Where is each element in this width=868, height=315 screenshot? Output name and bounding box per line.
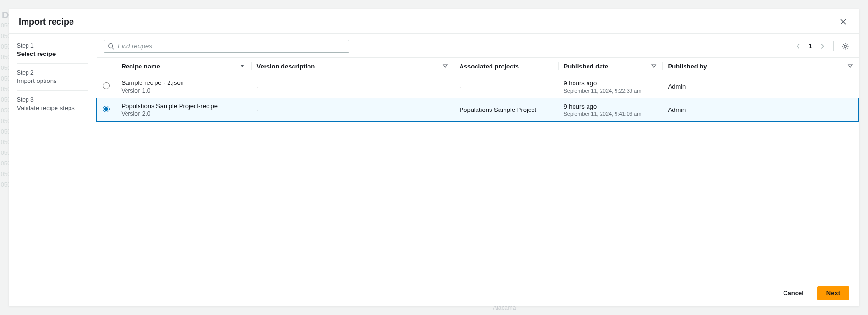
table-header-row: Recipe name Version description	[97, 58, 859, 75]
recipe-name: Populations Sample Project-recipe	[122, 102, 245, 110]
sort-icon	[651, 63, 657, 68]
step-label: Import options	[17, 77, 88, 84]
close-button[interactable]	[838, 16, 849, 27]
published-by: Admin	[662, 98, 859, 122]
table-toolbar: 1	[96, 34, 859, 57]
published-absolute: September 11, 2024, 9:22:39 am	[564, 88, 657, 94]
step-number: Step 3	[17, 96, 88, 103]
wizard-steps: Step 1 Select recipe Step 2 Import optio…	[9, 34, 96, 280]
recipes-table: Recipe name Version description	[96, 57, 859, 122]
published-absolute: September 11, 2024, 9:41:06 am	[564, 111, 657, 117]
modal-header: Import recipe	[9, 9, 859, 34]
column-version-description[interactable]: Version description	[251, 58, 454, 75]
sort-desc-icon	[239, 63, 245, 68]
modal-footer: Cancel Next	[9, 280, 859, 306]
table-row[interactable]: Sample recipe - 2.json Version 1.0 - - 9…	[97, 75, 859, 98]
column-associated-projects[interactable]: Associated projects	[454, 58, 558, 75]
step-number: Step 1	[17, 42, 88, 49]
divider	[833, 41, 834, 51]
prev-page-button[interactable]	[793, 41, 804, 52]
column-label: Associated projects	[460, 63, 519, 70]
search-container	[104, 40, 349, 53]
version-description: -	[251, 98, 454, 122]
next-button[interactable]: Next	[817, 286, 849, 300]
associated-projects: Populations Sample Project	[454, 98, 558, 122]
wizard-step-1[interactable]: Step 1 Select recipe	[17, 42, 88, 64]
table-settings-button[interactable]	[840, 41, 851, 52]
associated-projects: -	[454, 75, 558, 98]
column-published-date[interactable]: Published date	[558, 58, 662, 75]
published-relative: 9 hours ago	[564, 103, 657, 110]
chevron-right-icon	[819, 44, 826, 51]
row-select-radio[interactable]	[103, 106, 110, 112]
modal-title: Import recipe	[19, 17, 74, 27]
step-label: Select recipe	[17, 50, 88, 57]
cancel-button[interactable]: Cancel	[774, 286, 812, 300]
close-icon	[840, 20, 847, 27]
step-label: Validate recipe steps	[17, 104, 88, 111]
table-row[interactable]: Populations Sample Project-recipe Versio…	[97, 98, 859, 122]
wizard-step-3[interactable]: Step 3 Validate recipe steps	[17, 96, 88, 111]
import-recipe-modal: Import recipe Step 1 Select recipe Step …	[9, 9, 859, 306]
recipe-version: Version 2.0	[122, 110, 245, 117]
column-label: Version description	[257, 63, 315, 70]
version-description: -	[251, 75, 454, 98]
column-label: Recipe name	[122, 63, 160, 70]
sort-icon	[442, 63, 448, 68]
wizard-step-2[interactable]: Step 2 Import options	[17, 69, 88, 91]
column-recipe-name[interactable]: Recipe name	[116, 58, 251, 75]
column-published-by[interactable]: Published by	[662, 58, 859, 75]
published-relative: 9 hours ago	[564, 80, 657, 87]
search-input[interactable]	[104, 40, 349, 53]
gear-icon	[841, 44, 849, 52]
column-label: Published date	[564, 63, 608, 70]
column-select	[97, 58, 116, 75]
svg-point-1	[844, 45, 846, 47]
recipe-version: Version 1.0	[122, 87, 245, 94]
sort-icon	[847, 63, 853, 68]
recipe-name: Sample recipe - 2.json	[122, 79, 245, 86]
next-page-button[interactable]	[817, 41, 827, 52]
chevron-left-icon	[795, 44, 802, 51]
step-number: Step 2	[17, 69, 88, 76]
published-by: Admin	[662, 75, 859, 98]
page-number: 1	[807, 42, 814, 50]
row-select-radio[interactable]	[103, 82, 110, 89]
column-label: Published by	[668, 63, 707, 70]
